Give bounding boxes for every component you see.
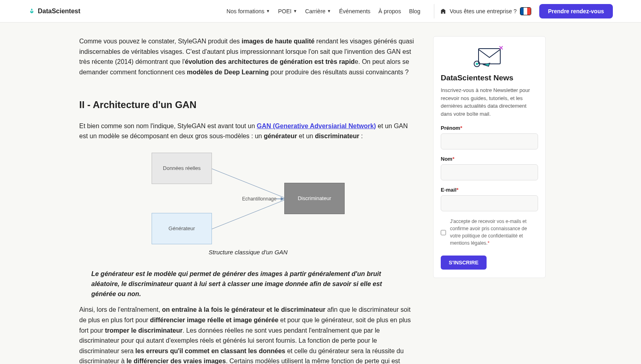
logo-text: DataScientest [38, 8, 80, 15]
cta-rendezvous-button[interactable]: Prendre rendez-vous [539, 4, 613, 18]
firstname-input[interactable] [441, 133, 538, 149]
nav-formations[interactable]: Nos formations▼ [226, 8, 270, 14]
firstname-label: Prénom* [441, 125, 538, 131]
lastname-input[interactable] [441, 164, 538, 180]
generator-quote: Le générateur est le modèle qui permet d… [91, 269, 405, 299]
envelope-illustration-icon [471, 45, 507, 69]
diagram-caption: Structure classique d'un GAN [79, 247, 417, 257]
diagram-box-discriminator: Discriminateur [284, 183, 345, 214]
building-icon [440, 8, 446, 14]
diagram-sampling-label: Echantillonnage [242, 195, 276, 203]
chevron-down-icon: ▼ [266, 9, 270, 13]
header: DataScientest Nos formations▼ POEI▼ Carr… [0, 0, 641, 22]
diagram-box-real-data: Données réelles [152, 153, 212, 184]
consent-text: J'accepte de recevoir vos e-mails et con… [450, 218, 538, 247]
paragraph-gan-definition: Et bien comme son nom l'indique, StyleGA… [79, 121, 417, 141]
email-label: E-mail* [441, 187, 538, 193]
svg-line-1 [212, 200, 284, 229]
section-heading-architecture: II - Architecture d'un GAN [79, 97, 417, 112]
nav-poei[interactable]: POEI▼ [278, 8, 297, 14]
consent-checkbox[interactable] [441, 219, 446, 247]
newsletter-description: Inscrivez-vous à notre Newsletter pour r… [441, 86, 538, 118]
lastname-label: Nom* [441, 156, 538, 162]
paragraph-training: Ainsi, lors de l'entraînement, on entraî… [79, 305, 417, 364]
gan-diagram: Données réelles Générateur Discriminateu… [148, 153, 349, 245]
svg-rect-3 [479, 49, 500, 64]
svg-point-5 [476, 63, 478, 65]
newsletter-title: DataScientest News [441, 74, 538, 82]
logo-icon [28, 8, 35, 15]
nav-blog[interactable]: Blog [409, 8, 420, 14]
chevron-down-icon: ▼ [293, 9, 297, 13]
nav-apropos[interactable]: À propos [378, 8, 401, 14]
chevron-down-icon: ▼ [327, 9, 331, 13]
consent-row: J'accepte de recevoir vos e-mails et con… [441, 218, 538, 247]
nav-evenements[interactable]: Événements [339, 8, 370, 14]
svg-line-0 [212, 169, 284, 198]
sidebar: DataScientest News Inscrivez-vous à notr… [433, 36, 546, 364]
gan-link[interactable]: GAN (Generative Adversiarial Network) [257, 123, 376, 129]
diagram-box-generator: Générateur [152, 213, 212, 244]
divider [434, 4, 434, 18]
article-content: Comme vous pouvez le constater, StyleGAN… [79, 36, 417, 364]
language-flag-fr[interactable] [520, 7, 531, 15]
newsletter-card: DataScientest News Inscrivez-vous à notr… [433, 36, 546, 278]
email-input[interactable] [441, 195, 538, 211]
company-link[interactable]: Vous êtes une entreprise ? [440, 8, 517, 14]
intro-paragraph: Comme vous pouvez le constater, StyleGAN… [79, 36, 417, 77]
logo[interactable]: DataScientest [28, 8, 80, 15]
main-nav: Nos formations▼ POEI▼ Carrière▼ Événemen… [226, 8, 420, 14]
nav-carriere[interactable]: Carrière▼ [305, 8, 331, 14]
subscribe-button[interactable]: S'INSCRIRE [441, 256, 487, 270]
